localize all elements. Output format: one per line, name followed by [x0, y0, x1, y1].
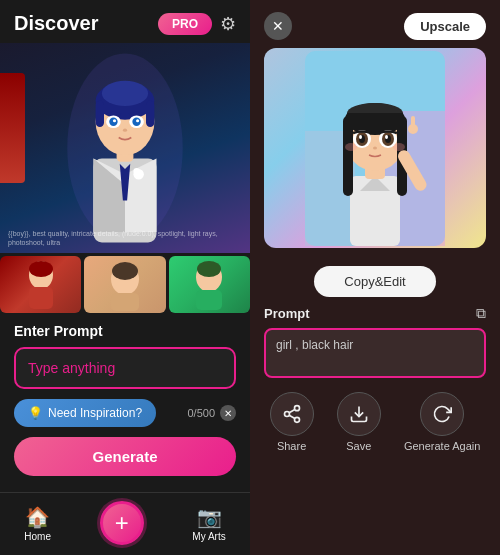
lightbulb-icon: 💡 — [28, 406, 43, 420]
page-title: Discover — [14, 12, 99, 35]
bottom-nav: 🏠 Home + 📷 My Arts — [0, 492, 250, 555]
add-button[interactable]: + — [100, 501, 144, 545]
svg-rect-28 — [196, 290, 222, 310]
svg-rect-40 — [347, 113, 403, 128]
camera-icon: 📷 — [197, 505, 222, 529]
right-prompt-label: Prompt — [264, 306, 310, 321]
svg-rect-11 — [146, 101, 154, 127]
generate-again-label: Generate Again — [404, 440, 480, 452]
plus-icon: + — [115, 511, 129, 535]
gear-icon[interactable]: ⚙ — [220, 13, 236, 35]
svg-point-47 — [359, 135, 362, 139]
char-count: 0/500 ✕ — [187, 405, 236, 421]
svg-line-59 — [289, 409, 295, 412]
pro-button[interactable]: PRO — [158, 13, 212, 35]
side-image-strip — [0, 73, 25, 183]
image-caption: {{boy}}, best quality, intricate details… — [8, 229, 242, 247]
svg-point-17 — [113, 119, 116, 122]
svg-point-54 — [393, 143, 405, 151]
svg-point-57 — [294, 417, 299, 422]
upscale-button[interactable]: Upscale — [404, 13, 486, 40]
home-icon: 🏠 — [25, 505, 50, 529]
right-main-image — [264, 48, 486, 248]
save-circle — [337, 392, 381, 436]
prompt-section-label: Enter Prompt — [14, 323, 236, 339]
nav-home[interactable]: 🏠 Home — [24, 505, 51, 542]
svg-rect-25 — [111, 293, 139, 311]
copy-edit-button[interactable]: Copy&Edit — [314, 266, 435, 297]
save-action[interactable]: Save — [337, 392, 381, 452]
svg-rect-52 — [411, 116, 415, 132]
right-prompt-section: Prompt ⧉ girl , black hair — [250, 305, 500, 392]
prompt-section: Enter Prompt Type anything 💡 Need Inspir… — [0, 313, 250, 476]
generate-button[interactable]: Generate — [14, 437, 236, 476]
svg-point-6 — [133, 168, 139, 174]
right-actions: Share Save Generate Again — [250, 392, 500, 452]
svg-point-53 — [345, 143, 357, 151]
clear-button[interactable]: ✕ — [220, 405, 236, 421]
share-label: Share — [277, 440, 306, 452]
svg-point-24 — [112, 262, 138, 280]
small-images-row — [0, 253, 250, 313]
right-header: ✕ Upscale — [250, 0, 500, 48]
svg-point-55 — [294, 406, 299, 411]
svg-rect-10 — [96, 101, 104, 127]
share-circle — [270, 392, 314, 436]
right-prompt-header: Prompt ⧉ — [264, 305, 486, 322]
svg-point-18 — [136, 119, 139, 122]
svg-point-12 — [102, 81, 148, 106]
nav-my-arts[interactable]: 📷 My Arts — [192, 505, 225, 542]
prompt-input-wrapper[interactable]: Type anything — [14, 347, 236, 389]
svg-rect-22 — [29, 287, 53, 309]
svg-point-56 — [284, 412, 289, 417]
svg-line-58 — [289, 415, 295, 418]
svg-point-48 — [385, 135, 388, 139]
svg-point-19 — [123, 129, 127, 132]
svg-point-21 — [29, 261, 53, 277]
left-panel: Discover PRO ⚙ — [0, 0, 250, 555]
header-right: PRO ⚙ — [158, 13, 236, 35]
inspiration-row: 💡 Need Inspiration? 0/500 ✕ — [14, 399, 236, 427]
main-image: {{boy}}, best quality, intricate details… — [0, 43, 250, 253]
right-panel: ✕ Upscale — [250, 0, 500, 555]
close-button[interactable]: ✕ — [264, 12, 292, 40]
inspiration-button[interactable]: 💡 Need Inspiration? — [14, 399, 156, 427]
prompt-input[interactable]: Type anything — [28, 360, 115, 376]
share-action[interactable]: Share — [270, 392, 314, 452]
copy-icon[interactable]: ⧉ — [476, 305, 486, 322]
svg-point-27 — [197, 261, 221, 277]
small-image-1[interactable] — [0, 256, 81, 313]
right-prompt-box[interactable]: girl , black hair — [264, 328, 486, 378]
left-header: Discover PRO ⚙ — [0, 0, 250, 43]
generate-again-action[interactable]: Generate Again — [404, 392, 480, 452]
save-label: Save — [346, 440, 371, 452]
generate-again-circle — [420, 392, 464, 436]
svg-point-49 — [373, 146, 377, 149]
right-image-area — [250, 48, 500, 248]
anime-girl-illustration — [305, 51, 445, 246]
anime-boy-illustration — [0, 43, 250, 253]
small-image-2[interactable] — [84, 256, 165, 313]
small-image-3[interactable] — [169, 256, 250, 313]
